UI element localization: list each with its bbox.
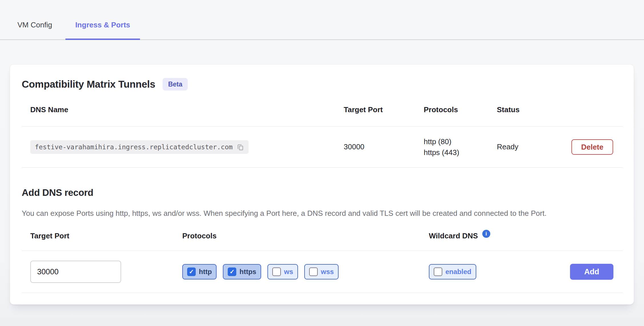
target-port-field-cell — [22, 261, 182, 283]
protocol-chip-label: wss — [321, 268, 334, 276]
add-dns-record-heading: Add DNS record — [22, 186, 623, 199]
unchecked-checkbox-icon — [309, 267, 318, 276]
protocol-checkbox-ws[interactable]: ws — [267, 264, 298, 279]
table-header-row: DNS Name Target Port Protocols Status — [22, 105, 623, 126]
checked-checkbox-icon: ✓ — [187, 267, 196, 276]
form-labels-row: Target Port Protocols Wildcard DNS i — [22, 232, 623, 251]
status-cell: Ready — [497, 142, 551, 151]
dns-name-value: festive-varahamihira.ingress.replicatedc… — [35, 143, 233, 151]
delete-button[interactable]: Delete — [571, 139, 613, 155]
label-wildcard-dns-wrap: Wildcard DNS i — [429, 232, 570, 240]
wildcard-enabled-checkbox[interactable]: enabled — [429, 264, 476, 279]
copy-icon[interactable] — [237, 143, 244, 151]
protocol-checkbox-wss[interactable]: wss — [304, 264, 339, 279]
label-wildcard-dns: Wildcard DNS — [429, 232, 478, 240]
dns-name-pill: festive-varahamihira.ingress.replicatedc… — [30, 140, 249, 154]
form-controls-row: ✓ http ✓ https ws wss enabled Add — [22, 251, 623, 293]
add-button-cell: Add — [570, 264, 623, 280]
label-protocols: Protocols — [182, 232, 429, 240]
add-button[interactable]: Add — [570, 264, 613, 280]
protocol-line-http: http (80) — [424, 137, 497, 146]
beta-badge: Beta — [163, 78, 188, 90]
protocol-chip-label: https — [239, 268, 256, 276]
tunnels-card: Compatibility Matrix Tunnels Beta DNS Na… — [10, 64, 634, 305]
wildcard-chip-label: enabled — [445, 268, 471, 276]
unchecked-checkbox-icon — [272, 267, 281, 276]
column-header-target-port: Target Port — [344, 105, 424, 114]
protocol-line-https: https (443) — [424, 148, 497, 157]
unchecked-checkbox-icon — [434, 267, 442, 276]
tab-bar: VM Config Ingress & Ports — [0, 0, 644, 40]
protocol-checkbox-http[interactable]: ✓ http — [182, 264, 217, 279]
checked-checkbox-icon: ✓ — [228, 267, 236, 276]
actions-cell: Delete — [551, 139, 623, 155]
protocol-checkbox-https[interactable]: ✓ https — [223, 264, 261, 279]
target-port-cell: 30000 — [344, 142, 424, 151]
wildcard-dns-cell: enabled — [429, 264, 570, 279]
protocols-cell: http (80) https (443) — [424, 137, 497, 157]
add-dns-record-description: You can expose Ports using http, https, … — [22, 208, 615, 219]
tab-vm-config[interactable]: VM Config — [8, 20, 62, 40]
card-title-row: Compatibility Matrix Tunnels Beta — [22, 65, 623, 90]
column-header-dns-name: DNS Name — [22, 105, 344, 114]
protocol-chip-label: ws — [284, 268, 293, 276]
protocol-chip-label: http — [199, 268, 212, 276]
dns-name-cell: festive-varahamihira.ingress.replicatedc… — [22, 140, 344, 154]
protocols-chip-group: ✓ http ✓ https ws wss — [182, 264, 429, 279]
column-header-protocols: Protocols — [424, 105, 497, 114]
target-port-input[interactable] — [30, 261, 121, 283]
label-target-port: Target Port — [22, 232, 182, 240]
info-icon[interactable]: i — [482, 230, 490, 238]
table-row: festive-varahamihira.ingress.replicatedc… — [22, 126, 623, 168]
page-title: Compatibility Matrix Tunnels — [22, 78, 155, 90]
column-header-status: Status — [497, 105, 551, 114]
tab-ingress-ports[interactable]: Ingress & Ports — [65, 20, 140, 40]
